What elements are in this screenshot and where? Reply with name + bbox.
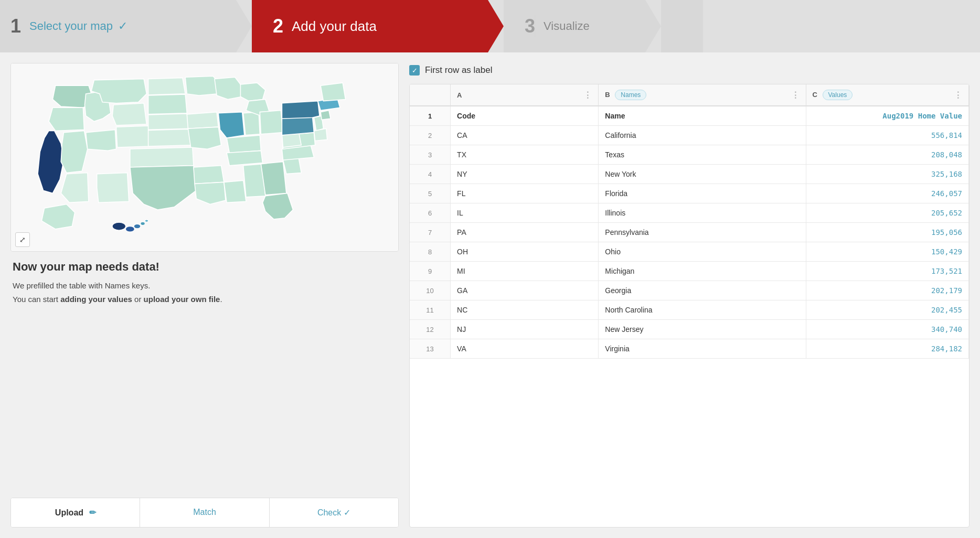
cell-b[interactable]: New Jersey [599, 320, 806, 339]
cell-a[interactable]: MI [451, 262, 599, 281]
cell-c[interactable]: 246,057 [806, 184, 969, 203]
bottom-tabs: Upload ✏ Match Check ✓ [10, 498, 399, 528]
cell-a[interactable]: NC [451, 300, 599, 320]
cell-a[interactable]: VA [451, 339, 599, 359]
svg-marker-45 [314, 128, 327, 141]
cell-a[interactable]: Code [451, 106, 599, 126]
cell-b[interactable]: Name [599, 106, 806, 126]
cell-b[interactable]: Florida [599, 184, 806, 203]
left-panel: ⤢ Now your map needs data! We prefilled … [10, 63, 399, 528]
expand-icon[interactable]: ⤢ [15, 232, 30, 247]
svg-marker-29 [227, 135, 261, 153]
table-row: 9MIMichigan173,521 [410, 262, 969, 281]
cell-c[interactable]: 556,814 [806, 126, 969, 145]
svg-marker-10 [61, 173, 89, 202]
data-table: A ⋮ B Names ⋮ C Values [409, 84, 970, 528]
cell-a[interactable]: NJ [451, 320, 599, 339]
cell-c[interactable]: 195,056 [806, 223, 969, 242]
cell-c[interactable]: 205,652 [806, 203, 969, 223]
tab-match[interactable]: Match [140, 498, 269, 527]
cell-a[interactable]: IL [451, 203, 599, 223]
step-2-number: 2 [273, 15, 283, 37]
table-row: 6ILIllinois205,652 [410, 203, 969, 223]
tab-upload[interactable]: Upload ✏ [11, 498, 140, 527]
cell-c[interactable]: 173,521 [806, 262, 969, 281]
col-header-row-num [410, 84, 451, 106]
svg-point-48 [125, 227, 134, 232]
col-a-label: A [457, 91, 462, 99]
svg-marker-18 [185, 76, 217, 95]
table-row: 5FLFlorida246,057 [410, 184, 969, 203]
col-b-menu[interactable]: ⋮ [791, 90, 800, 100]
row-number: 10 [410, 281, 451, 300]
col-a-menu[interactable]: ⋮ [583, 90, 592, 100]
step-1-label: Select your map [29, 19, 113, 33]
cell-c[interactable]: 150,429 [806, 242, 969, 262]
cell-c[interactable]: 340,740 [806, 320, 969, 339]
svg-marker-30 [227, 150, 262, 165]
svg-marker-16 [130, 147, 194, 167]
step-1[interactable]: 1 Select your map ✓ [0, 0, 252, 52]
table-row: 1CodeNameAug2019 Home Value [410, 106, 969, 126]
upload-icon: ✏ [89, 508, 96, 517]
info-desc-2: You can start adding your values or uplo… [13, 293, 397, 306]
cell-c[interactable]: 202,455 [806, 300, 969, 320]
cell-c[interactable]: 284,182 [806, 339, 969, 359]
svg-marker-44 [321, 83, 345, 101]
us-map [11, 63, 398, 251]
cell-a[interactable]: PA [451, 223, 599, 242]
step-2[interactable]: 2 Add your data [252, 0, 504, 52]
svg-marker-21 [194, 166, 224, 184]
cell-b[interactable]: Pennsylvania [599, 223, 806, 242]
cell-b[interactable]: North Carolina [599, 300, 806, 320]
cell-b[interactable]: California [599, 126, 806, 145]
col-c-menu[interactable]: ⋮ [954, 90, 962, 100]
svg-marker-9 [86, 130, 116, 150]
table-header-row: A ⋮ B Names ⋮ C Values [410, 84, 969, 106]
row-number: 6 [410, 203, 451, 223]
col-b-badge[interactable]: Names [615, 90, 646, 100]
col-c-badge[interactable]: Values [823, 90, 853, 100]
step-3[interactable]: 3 Visualize [504, 0, 661, 52]
svg-marker-42 [321, 111, 331, 120]
first-row-checkbox[interactable]: ✓ [409, 65, 420, 76]
row-number: 5 [410, 184, 451, 203]
table-row: 11NCNorth Carolina202,455 [410, 300, 969, 320]
cell-b[interactable]: Virginia [599, 339, 806, 359]
table-row: 13VAVirginia284,182 [410, 339, 969, 359]
svg-marker-13 [148, 94, 187, 114]
cell-c[interactable]: 202,179 [806, 281, 969, 300]
cell-a[interactable]: OH [451, 242, 599, 262]
table-row: 2CACalifornia556,814 [410, 126, 969, 145]
table-row: 4NYNew York325,168 [410, 165, 969, 184]
row-number: 4 [410, 165, 451, 184]
first-row-label: First row as label [425, 65, 492, 76]
table-row: 8OHOhio150,429 [410, 242, 969, 262]
cell-b[interactable]: Ohio [599, 242, 806, 262]
cell-b[interactable]: Illinois [599, 203, 806, 223]
svg-marker-25 [243, 112, 260, 135]
svg-marker-19 [187, 112, 218, 129]
cell-b[interactable]: Michigan [599, 262, 806, 281]
cell-c[interactable]: 325,168 [806, 165, 969, 184]
cell-b[interactable]: New York [599, 165, 806, 184]
cell-c[interactable]: 208,048 [806, 145, 969, 165]
step-1-check: ✓ [118, 19, 127, 33]
cell-b[interactable]: Georgia [599, 281, 806, 300]
info-text: Now your map needs data! We prefilled th… [10, 260, 399, 306]
cell-a[interactable]: GA [451, 281, 599, 300]
col-c-label: C Values [813, 90, 853, 100]
cell-a[interactable]: CA [451, 126, 599, 145]
cell-a[interactable]: TX [451, 145, 599, 165]
cell-a[interactable]: NY [451, 165, 599, 184]
cell-c[interactable]: Aug2019 Home Value [806, 106, 969, 126]
info-title: Now your map needs data! [13, 260, 397, 274]
svg-marker-8 [116, 126, 150, 147]
cell-b[interactable]: Texas [599, 145, 806, 165]
row-number: 2 [410, 126, 451, 145]
table-row: 3TXTexas208,048 [410, 145, 969, 165]
svg-marker-2 [49, 107, 84, 131]
cell-a[interactable]: FL [451, 184, 599, 203]
tab-check[interactable]: Check ✓ [270, 498, 398, 527]
svg-marker-4 [61, 131, 88, 173]
